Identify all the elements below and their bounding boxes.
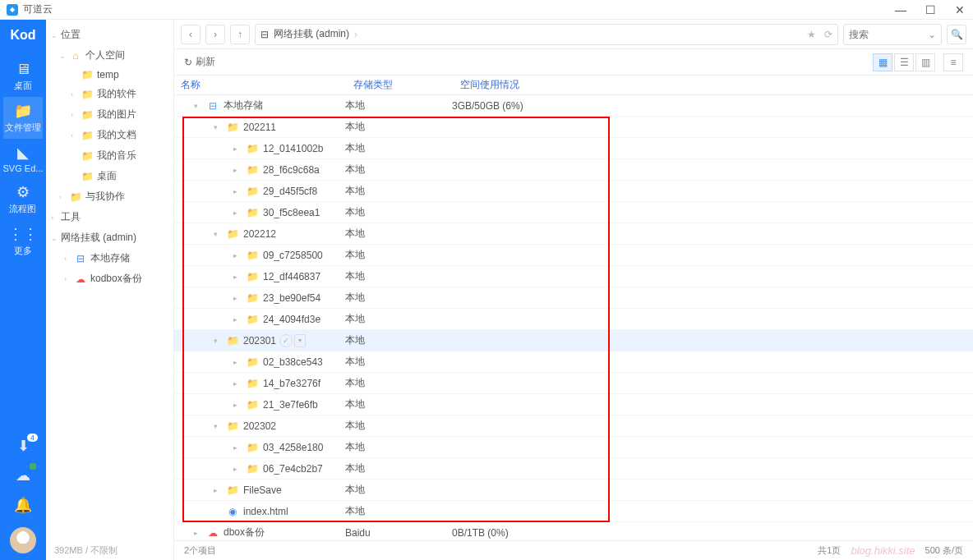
rail-item-3[interactable]: ⚙流程图 — [3, 178, 44, 220]
cloud-sync-button[interactable]: ☁ — [0, 461, 46, 491]
status-page: 共1页 — [818, 544, 841, 557]
tree-item-1[interactable]: ›📁我的软件 — [46, 84, 173, 104]
table-row[interactable]: ▾📁202212本地 — [174, 223, 973, 245]
table-row[interactable]: ▾📁202211本地 — [174, 117, 973, 138]
col-type[interactable]: 存储类型 — [353, 78, 460, 92]
tree-localstore[interactable]: ›⊟本地存储 — [46, 248, 173, 269]
dropdown-icon[interactable]: ▾ — [294, 334, 306, 347]
view-columns-button[interactable]: ▥ — [915, 53, 935, 71]
refresh-button[interactable]: ↻刷新 — [184, 55, 215, 69]
tree-label: 位置 — [61, 28, 81, 42]
expand-arrow-icon[interactable]: ▸ — [233, 465, 245, 473]
network-icon: ⊟ — [261, 29, 269, 40]
table-row[interactable]: ▸📁03_4258e180本地 — [174, 437, 973, 458]
table-row[interactable]: ▸📁23_be90ef54本地 — [174, 287, 973, 309]
tree-item-5[interactable]: 📁桌面 — [46, 166, 173, 186]
expand-arrow-icon[interactable]: ▾ — [214, 422, 225, 430]
tree-item-3[interactable]: ›📁我的文档 — [46, 125, 173, 145]
expand-arrow-icon[interactable]: ▾ — [194, 102, 205, 110]
avatar[interactable] — [10, 527, 36, 553]
rail-item-1[interactable]: 📁文件管理 — [3, 97, 44, 139]
tree-item-label: 桌面 — [97, 169, 117, 183]
tree-item-2[interactable]: ›📁我的图片 — [46, 104, 173, 125]
nav-up-button[interactable]: ↑ — [230, 25, 250, 44]
check-icon[interactable]: ✓ — [279, 334, 293, 347]
table-row[interactable]: ▸📁29_d45f5cf8本地 — [174, 181, 973, 202]
titlebar: ◆ 可道云 — ☐ ✕ — [0, 0, 973, 20]
expand-arrow-icon[interactable]: ▸ — [233, 187, 245, 195]
watermark: blog.hikki.site — [851, 544, 915, 557]
tree-tools[interactable]: ›工具 — [46, 207, 173, 227]
reload-button[interactable]: ⟳ — [824, 29, 832, 40]
tree-kodbox[interactable]: ›☁kodbox备份 — [46, 269, 173, 289]
notifications-button[interactable]: 🔔 — [0, 491, 46, 521]
table-row[interactable]: ▸📁28_f6c9c68a本地 — [174, 159, 973, 181]
expand-arrow-icon[interactable]: ▸ — [233, 294, 245, 302]
col-name[interactable]: 名称 — [181, 78, 353, 92]
minimize-button[interactable]: — — [894, 3, 907, 16]
view-list-button[interactable]: ☰ — [894, 53, 914, 71]
expand-arrow-icon[interactable]: ▸ — [233, 251, 245, 259]
table-row[interactable]: ▸📁02_b38ce543本地 — [174, 351, 973, 373]
tree-personal-space[interactable]: ⌄⌂个人空间 — [46, 45, 173, 66]
table-row[interactable]: ▸📁24_4094fd3e本地 — [174, 309, 973, 330]
tree-label: 本地存储 — [90, 251, 130, 265]
search-button[interactable]: 🔍 — [947, 25, 966, 44]
expand-arrow-icon[interactable]: ▸ — [233, 379, 245, 388]
tree-item-label: 我的图片 — [97, 108, 136, 122]
table-row[interactable]: ▸☁dbox备份Baidu0B/1TB (0%) — [174, 522, 973, 540]
view-icons-button[interactable]: ▦ — [873, 53, 892, 71]
breadcrumb[interactable]: ⊟ 网络挂载 (admin) › ★ ⟳ — [255, 24, 838, 45]
view-details-button[interactable]: ≡ — [943, 53, 963, 71]
rail-item-4[interactable]: ⋮⋮更多 — [3, 220, 44, 262]
tree-item-4[interactable]: 📁我的音乐 — [46, 145, 173, 166]
table-row[interactable]: ▸📁14_b7e3276f本地 — [174, 373, 973, 394]
folder-icon: 📁 — [225, 228, 240, 240]
expand-arrow-icon[interactable]: ▸ — [233, 443, 245, 452]
maximize-button[interactable]: ☐ — [924, 3, 937, 16]
expand-arrow-icon[interactable]: ▸ — [233, 358, 245, 366]
table-row[interactable]: ▸📁30_f5c8eea1本地 — [174, 202, 973, 223]
rail-item-0[interactable]: 🖥桌面 — [3, 56, 44, 97]
download-button[interactable]: ⬇ — [0, 432, 46, 461]
close-button[interactable]: ✕ — [953, 3, 966, 16]
table-row[interactable]: ▾📁202302本地 — [174, 415, 973, 437]
expand-arrow-icon[interactable]: ▸ — [194, 529, 205, 537]
table-row[interactable]: ▸📁21_3e7fe6fb本地 — [174, 394, 973, 415]
logo: Kod — [10, 28, 35, 43]
expand-arrow-icon[interactable]: ▾ — [214, 337, 225, 345]
col-usage[interactable]: 空间使用情况 — [460, 78, 973, 92]
expand-arrow-icon[interactable]: ▾ — [214, 230, 225, 238]
nav-forward-button[interactable]: › — [205, 25, 225, 44]
tree-collab[interactable]: ›📁与我协作 — [46, 186, 173, 207]
star-button[interactable]: ★ — [807, 29, 816, 40]
table-row[interactable]: ▸📁09_c7258500本地 — [174, 245, 973, 266]
expand-arrow-icon[interactable]: ▸ — [233, 315, 245, 324]
search-dropdown-icon[interactable]: ⌄ — [928, 29, 936, 40]
tree-netmount[interactable]: ⌄网络挂载 (admin) — [46, 227, 173, 248]
table-row[interactable]: ▸📁06_7e4cb2b7本地 — [174, 458, 973, 480]
table-row[interactable]: ▸📁FileSave本地 — [174, 480, 973, 501]
search-box[interactable]: ⌄ — [843, 24, 942, 45]
expand-arrow-icon[interactable]: ▸ — [233, 401, 245, 409]
search-input[interactable] — [849, 29, 923, 40]
expand-arrow-icon[interactable]: ▸ — [214, 486, 225, 494]
expand-arrow-icon[interactable]: ▸ — [233, 145, 245, 153]
table-row[interactable]: ◉index.html本地 — [174, 501, 973, 522]
row-type: Baidu — [345, 527, 452, 539]
table-row[interactable]: ▾⊟本地存储本地3GB/50GB (6%) — [174, 95, 973, 117]
table-row[interactable]: ▸📁12_0141002b本地 — [174, 138, 973, 159]
rail-item-2[interactable]: ◣SVG Ed... — [3, 139, 44, 178]
status-perpage[interactable]: 500 条/页 — [925, 544, 963, 557]
expand-arrow-icon[interactable]: ▸ — [233, 273, 245, 281]
tree-location-root[interactable]: ⌄位置 — [46, 25, 173, 45]
tree-item-0[interactable]: 📁temp — [46, 66, 173, 84]
expand-arrow-icon[interactable]: ▸ — [233, 209, 245, 217]
expand-arrow-icon[interactable]: ▾ — [214, 123, 225, 131]
window-controls: — ☐ ✕ — [894, 3, 966, 16]
expand-arrow-icon[interactable]: ▸ — [233, 166, 245, 174]
rail-icon: ◣ — [3, 144, 44, 162]
table-row[interactable]: ▾📁202301✓▾本地 — [174, 330, 973, 351]
table-row[interactable]: ▸📁12_df446837本地 — [174, 266, 973, 287]
nav-back-button[interactable]: ‹ — [181, 25, 201, 44]
